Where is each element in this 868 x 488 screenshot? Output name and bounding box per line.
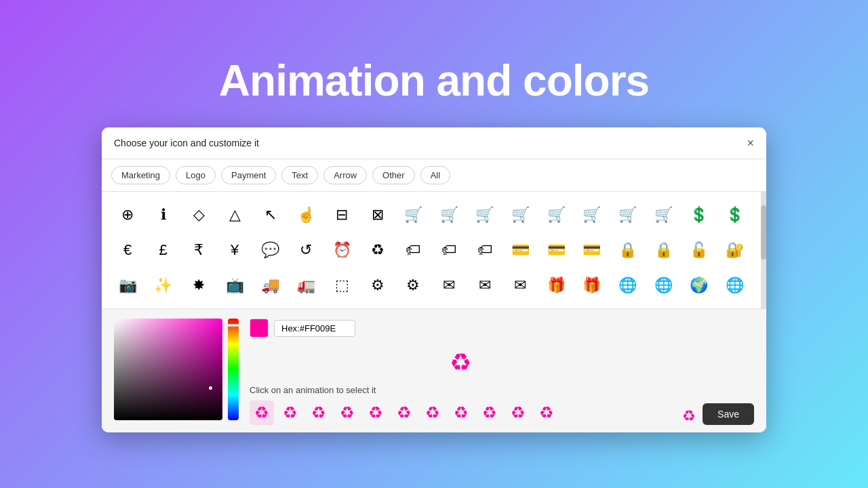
icon-globe3[interactable]: 🌍 [683, 269, 715, 302]
color-swatch[interactable] [250, 319, 269, 338]
icon-diamond[interactable]: ◇ [182, 199, 215, 231]
save-area: ♻ Save [682, 403, 754, 425]
close-button[interactable]: × [747, 137, 754, 149]
icon-dollar1[interactable]: 💲 [683, 199, 715, 231]
dialog-title: Choose your icon and customize it [114, 138, 259, 148]
icon-gear2[interactable]: ⚙ [397, 269, 429, 302]
filter-text[interactable]: Text [281, 166, 318, 184]
icon-card2[interactable]: 💳 [540, 234, 572, 266]
icon-refresh[interactable]: ↺ [290, 234, 322, 266]
page-title: Animation and colors [219, 56, 649, 106]
icon-grid[interactable]: ⬚ [326, 269, 358, 302]
icon-screen[interactable]: 📺 [218, 269, 251, 302]
icon-cart4[interactable]: 🛒 [433, 199, 465, 231]
icon-dollar2[interactable]: 💲 [718, 199, 751, 231]
bottom-panel: ♻ Click on an animation to select it ♻ ♻… [102, 308, 766, 432]
scrollbar[interactable] [761, 192, 766, 308]
filter-arrow[interactable]: Arrow [323, 166, 367, 184]
icon-gear1[interactable]: ⚙ [361, 269, 394, 302]
icon-globe1[interactable]: 🌐 [611, 269, 644, 302]
icon-card1[interactable]: 💳 [504, 234, 536, 266]
icon-cart1[interactable]: ⊟ [326, 199, 358, 231]
icon-cart6[interactable]: 🛒 [504, 199, 536, 231]
icon-lock4[interactable]: 🔐 [718, 234, 751, 266]
icon-lock1[interactable]: 🔒 [611, 234, 644, 266]
icon-mail3[interactable]: ✉ [504, 269, 536, 302]
icon-cart9[interactable]: 🛒 [611, 199, 644, 231]
anim-icon-5[interactable]: ♻ [363, 401, 388, 425]
icon-triangle[interactable]: △ [218, 199, 251, 231]
anim-icon-2[interactable]: ♻ [278, 401, 302, 425]
animation-hint: Click on an animation to select it [250, 385, 671, 395]
scrollbar-thumb [761, 205, 766, 260]
icon-gift1[interactable]: 🎁 [540, 269, 572, 302]
animation-grid: ♻ ♻ ♻ ♻ ♻ ♻ ♻ ♻ ♻ ♻ ♻ [250, 401, 671, 425]
filter-logo[interactable]: Logo [176, 166, 216, 184]
icon-cursor[interactable]: ↖ [254, 199, 287, 231]
anim-icon-11[interactable]: ♻ [534, 401, 559, 425]
color-picker-area [114, 319, 239, 420]
anim-icon-6[interactable]: ♻ [392, 401, 416, 425]
dialog: Choose your icon and customize it × Mark… [102, 127, 766, 432]
hue-slider-thumb [227, 324, 239, 327]
icon-camera[interactable]: 📷 [111, 269, 144, 302]
icons-grid: ⊕ ℹ ◇ △ ↖ ☝ ⊟ ⊠ 🛒 🛒 🛒 🛒 🛒 🛒 🛒 🛒 [111, 199, 751, 302]
filter-bar: Marketing Logo Payment Text Arrow Other … [102, 159, 766, 192]
color-gradient[interactable] [114, 319, 222, 420]
icon-cart2[interactable]: ⊠ [361, 199, 394, 231]
anim-icon-8[interactable]: ♻ [449, 401, 473, 425]
filter-marketing[interactable]: Marketing [111, 166, 170, 184]
icon-rupee[interactable]: ₹ [182, 234, 215, 266]
icon-mail2[interactable]: ✉ [469, 269, 501, 302]
anim-icon-10[interactable]: ♻ [506, 401, 530, 425]
icon-mail1[interactable]: ✉ [433, 269, 465, 302]
icon-clock[interactable]: ⏰ [326, 234, 358, 266]
icon-gift2[interactable]: 🎁 [576, 269, 608, 302]
anim-icon-3[interactable]: ♻ [307, 401, 331, 425]
color-gradient-thumb [209, 386, 212, 390]
anim-icon-9[interactable]: ♻ [477, 401, 502, 425]
anim-icon-4[interactable]: ♻ [335, 401, 359, 425]
icon-truck2[interactable]: 🚛 [290, 269, 322, 302]
anim-icon-7[interactable]: ♻ [420, 401, 445, 425]
icon-yen[interactable]: ¥ [218, 234, 251, 266]
save-preview-icon: ♻ [682, 407, 696, 425]
icon-pound[interactable]: £ [147, 234, 180, 266]
icon-cart8[interactable]: 🛒 [576, 199, 608, 231]
dialog-header: Choose your icon and customize it × [102, 127, 766, 159]
icons-panel: Marketing Logo Payment Text Arrow Other … [102, 159, 766, 308]
filter-payment[interactable]: Payment [221, 166, 276, 184]
icon-globe4[interactable]: 🌐 [718, 269, 751, 302]
icon-cart3[interactable]: 🛒 [397, 199, 429, 231]
icon-truck1[interactable]: 🚚 [254, 269, 287, 302]
color-hex-row [250, 319, 671, 338]
icon-info[interactable]: ℹ [147, 199, 180, 231]
filter-all[interactable]: All [420, 166, 450, 184]
filter-other[interactable]: Other [372, 166, 415, 184]
icon-tag3[interactable]: 🏷 [433, 234, 465, 266]
icon-card3[interactable]: 💳 [576, 234, 608, 266]
icon-cart7[interactable]: 🛒 [540, 199, 572, 231]
icon-tag1[interactable]: ♻ [361, 234, 394, 266]
icon-lock2[interactable]: 🔒 [647, 234, 679, 266]
preview-icon: ♻ [250, 346, 671, 380]
icons-grid-area: ⊕ ℹ ◇ △ ↖ ☝ ⊟ ⊠ 🛒 🛒 🛒 🛒 🛒 🛒 🛒 🛒 [102, 192, 761, 308]
icon-sparkle1[interactable]: ✨ [147, 269, 180, 302]
icon-tag2[interactable]: 🏷 [397, 234, 429, 266]
hue-slider[interactable] [228, 319, 239, 420]
anim-icon-1[interactable]: ♻ [250, 401, 274, 425]
animation-section: ♻ Click on an animation to select it ♻ ♻… [250, 319, 671, 425]
icon-tag4[interactable]: 🏷 [469, 234, 501, 266]
icon-cart5[interactable]: 🛒 [469, 199, 501, 231]
icon-lock3[interactable]: 🔓 [683, 234, 715, 266]
icon-touch[interactable]: ☝ [290, 199, 322, 231]
icon-warning[interactable]: ⊕ [111, 199, 144, 231]
icon-globe2[interactable]: 🌐 [647, 269, 679, 302]
icon-cart10[interactable]: 🛒 [647, 199, 679, 231]
icon-sparkle2[interactable]: ✸ [182, 269, 215, 302]
icon-chat[interactable]: 💬 [254, 234, 287, 266]
icon-euro[interactable]: € [111, 234, 144, 266]
hex-input[interactable] [274, 320, 355, 337]
save-button[interactable]: Save [703, 403, 754, 425]
